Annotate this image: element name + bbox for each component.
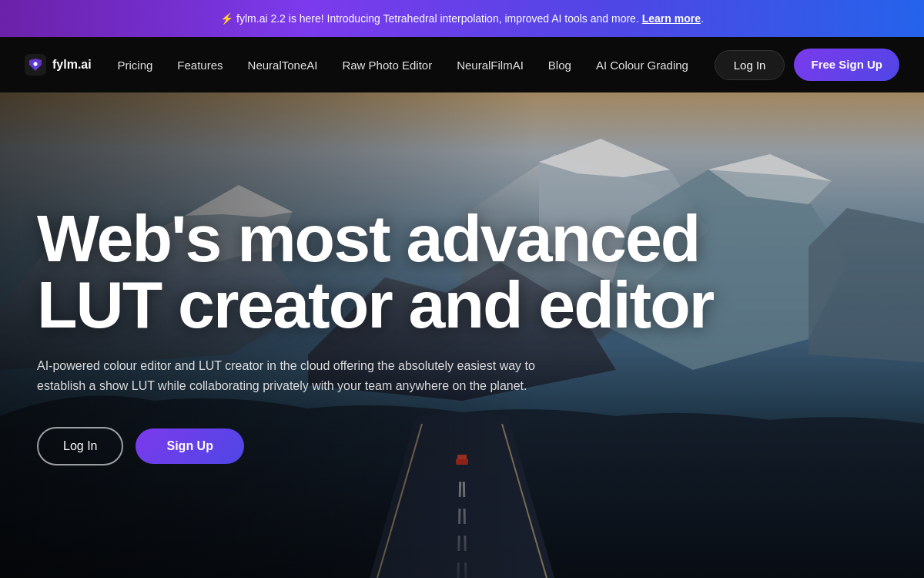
nav-link-raw-photo-editor[interactable]: Raw Photo Editor	[342, 59, 432, 72]
announcement-period: .	[701, 12, 704, 25]
hero-buttons: Log In Sign Up	[37, 427, 887, 465]
hero-title-line2: LUT creator and editor	[37, 267, 713, 341]
announcement-banner: ⚡ fylm.ai 2.2 is here! Introducing Tetra…	[0, 0, 924, 37]
hero-content: Web's most advanced LUT creator and edit…	[0, 92, 924, 578]
hero-login-button[interactable]: Log In	[37, 427, 123, 465]
hero-section: Web's most advanced LUT creator and edit…	[0, 92, 924, 578]
nav-login-button[interactable]: Log In	[715, 50, 785, 80]
hero-title: Web's most advanced LUT creator and edit…	[37, 205, 807, 338]
logo[interactable]: fylm.ai	[25, 54, 92, 76]
announcement-emoji: ⚡	[220, 12, 233, 25]
logo-icon	[25, 54, 46, 76]
nav-link-neuralfilmai[interactable]: NeuralFilmAI	[457, 59, 524, 72]
logo-text: fylm.ai	[52, 58, 92, 72]
nav-actions: Log In Free Sign Up	[715, 49, 899, 81]
nav-links: Pricing Features NeuralToneAI Raw Photo …	[117, 59, 688, 72]
svg-point-1	[34, 62, 38, 66]
nav-link-pricing[interactable]: Pricing	[117, 59, 152, 72]
announcement-text: fylm.ai 2.2 is here! Introducing Tetrahe…	[236, 12, 639, 25]
nav-link-ai-colour-grading[interactable]: AI Colour Grading	[596, 59, 688, 72]
nav-link-neuraltoneai[interactable]: NeuralToneAI	[248, 59, 318, 72]
hero-signup-button[interactable]: Sign Up	[136, 428, 243, 464]
nav-link-features[interactable]: Features	[177, 59, 223, 72]
announcement-learn-more-link[interactable]: Learn more	[642, 12, 701, 25]
nav-signup-button[interactable]: Free Sign Up	[794, 49, 899, 81]
navbar: fylm.ai Pricing Features NeuralToneAI Ra…	[0, 37, 924, 92]
hero-title-line1: Web's most advanced	[37, 201, 699, 275]
hero-subtitle: AI-powered colour editor and LUT creator…	[37, 356, 561, 395]
nav-link-blog[interactable]: Blog	[548, 59, 571, 72]
